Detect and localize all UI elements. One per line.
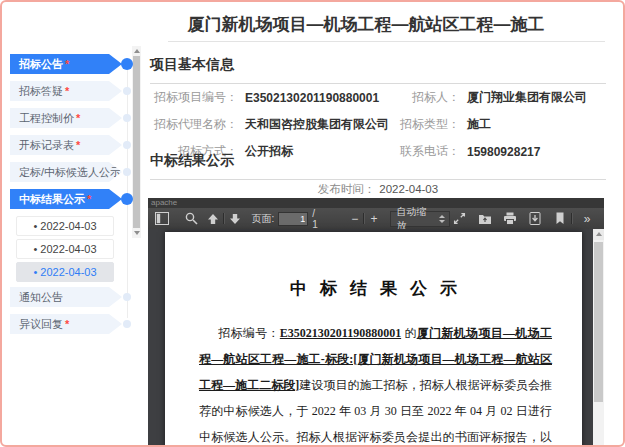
required-asterisk: * xyxy=(65,318,69,330)
timeline-dot xyxy=(123,114,131,122)
sidebar-item-result-publicity[interactable]: 中标结果公示* xyxy=(10,189,144,209)
toolbar-separator xyxy=(571,213,573,224)
sidebar-item-label: 异议回复 xyxy=(19,317,63,332)
open-file-icon xyxy=(478,213,492,225)
sidebar-date-item[interactable]: • 2022-04-03 xyxy=(16,239,114,259)
sidebar-date-item[interactable]: • 2022-04-03 xyxy=(16,216,114,236)
doc-bid-code: E3502130201190880001 xyxy=(280,326,401,340)
section-heading-result: 中标结果公示 xyxy=(150,152,606,180)
download-button[interactable] xyxy=(525,210,544,227)
sidebar-item-label: 通知公告 xyxy=(19,290,63,305)
timeline-dot xyxy=(123,168,131,176)
required-asterisk: * xyxy=(65,85,69,97)
zoom-out-button[interactable]: − xyxy=(348,210,361,227)
pdf-scrollbar[interactable] xyxy=(593,229,604,447)
arrow-down-icon xyxy=(229,213,241,225)
required-asterisk: * xyxy=(87,193,91,205)
sidebar-item-candidate-publicity[interactable]: 定标/中标候选人公示* xyxy=(10,162,144,182)
sidebar-date-item-selected[interactable]: • 2022-04-03 xyxy=(16,262,114,282)
pdf-viewer: apache 页面: / 1 − + xyxy=(148,198,604,447)
sidebar-toggle-button[interactable] xyxy=(154,210,171,227)
sidebar-item-notice[interactable]: 通知公告 xyxy=(10,287,144,307)
pdf-toolbar: 页面: / 1 − + 自动缩放 xyxy=(148,208,604,230)
sidebar-item-label: 工程控制价 xyxy=(19,111,74,126)
scroll-up-icon xyxy=(596,232,602,236)
select-carets-icon xyxy=(439,215,445,223)
field-value-tenderer: 厦门翔业集团有限公司 xyxy=(460,89,606,106)
field-value-project-no: E3502130201190880001 xyxy=(238,91,394,105)
timeline-dot xyxy=(123,141,131,149)
sidebar-item-label: 招标答疑 xyxy=(19,84,63,99)
timeline-dot xyxy=(123,293,131,301)
required-asterisk: * xyxy=(65,58,69,70)
page-total-label: / 1 xyxy=(312,208,322,230)
scroll-up-button[interactable] xyxy=(593,229,604,240)
header-divider xyxy=(168,41,605,42)
toolbar-separator xyxy=(363,213,365,224)
section-heading-basic-info: 项目基本信息 xyxy=(150,56,606,84)
server-label: apache xyxy=(148,198,604,208)
more-tools-button[interactable]: » xyxy=(575,210,598,227)
sidebar-item-bid-qa[interactable]: 招标答疑* xyxy=(10,81,144,101)
doc-link-text: 的 xyxy=(401,326,417,340)
publish-time-label: 发布时间： xyxy=(318,183,376,195)
zoom-select[interactable]: 自动缩放 xyxy=(390,211,450,227)
timeline-dot xyxy=(121,193,133,205)
publish-time-line: 发布时间：2022-04-03 xyxy=(150,182,606,197)
field-value-bid-type: 施工 xyxy=(460,116,606,133)
publish-time-value: 2022-04-03 xyxy=(379,183,438,195)
presentation-mode-button[interactable] xyxy=(450,210,469,227)
search-icon xyxy=(185,212,198,225)
page-number-label: 页面: xyxy=(252,212,275,226)
app-window: 厦门新机场项目—机场工程—航站区工程—施工 招标公告* 招标答疑* 工程控制价*… xyxy=(0,0,625,447)
required-asterisk: * xyxy=(76,139,80,151)
toolbar-separator xyxy=(223,213,225,224)
page-number-input[interactable] xyxy=(278,212,308,226)
timeline-dot xyxy=(123,87,131,95)
sidebar-item-label: 招标公告 xyxy=(19,57,63,72)
fullscreen-icon xyxy=(453,212,466,225)
field-label-tenderer: 招标人： xyxy=(394,89,460,106)
doc-label: 招标编号： xyxy=(218,326,280,340)
arrow-up-icon xyxy=(207,213,219,225)
sidebar-item-opening-record[interactable]: 开标记录表* xyxy=(10,135,144,155)
bookmark-button[interactable] xyxy=(550,210,569,227)
scroll-up-icon[interactable] xyxy=(134,49,140,53)
document-title: 中标结果公示 xyxy=(165,277,582,300)
sidebar-item-bid-announcement[interactable]: 招标公告* xyxy=(10,54,144,74)
scrollbar-thumb[interactable] xyxy=(133,56,140,228)
field-label-project-no: 招标项目编号： xyxy=(150,89,238,106)
pdf-viewer-body: 中标结果公示 招标编号：E3502130201190880001 的厦门新机场项… xyxy=(148,229,604,447)
sidebar-item-control-price[interactable]: 工程控制价* xyxy=(10,108,144,128)
page-down-button[interactable] xyxy=(227,210,244,227)
timeline-dot xyxy=(123,320,131,328)
sidebar-item-label: 定标/中标候选人公示 xyxy=(19,165,121,180)
print-button[interactable] xyxy=(500,210,519,227)
sidebar-toggle-icon xyxy=(155,212,169,225)
pdf-page: 中标结果公示 招标编号：E3502130201190880001 的厦门新机场项… xyxy=(165,232,582,447)
scrollbar-thumb[interactable] xyxy=(594,242,603,402)
field-value-agency: 天和国咨控股集团有限公司 xyxy=(238,116,394,133)
page-title: 厦门新机场项目—机场工程—航站区工程—施工 xyxy=(130,13,602,36)
zoom-in-button[interactable]: + xyxy=(367,210,380,227)
open-file-button[interactable] xyxy=(475,210,494,227)
scroll-down-icon[interactable] xyxy=(134,231,140,235)
field-label-bid-type: 招标类型： xyxy=(394,116,460,133)
required-asterisk: * xyxy=(76,112,80,124)
bookmark-icon xyxy=(555,212,565,225)
page-up-button[interactable] xyxy=(205,210,222,227)
sidebar: 招标公告* 招标答疑* 工程控制价* 开标记录表* 定标/中标候选人公示* 中标… xyxy=(10,54,144,341)
field-label-agency: 招标代理名称： xyxy=(150,116,238,133)
sidebar-scrollbar[interactable] xyxy=(132,46,141,238)
sidebar-item-label: 中标结果公示 xyxy=(19,192,85,207)
timeline-dot xyxy=(121,58,133,70)
sidebar-item-objection-reply[interactable]: 异议回复* xyxy=(10,314,144,334)
download-icon xyxy=(529,212,541,225)
basic-info-grid: 招标项目编号： E3502130201190880001 招标人： 厦门翔业集团… xyxy=(150,89,606,160)
document-paragraph: 招标编号：E3502130201190880001 的厦门新机场项目—机场工程—… xyxy=(199,320,552,447)
sidebar-item-label: 开标记录表 xyxy=(19,138,74,153)
print-icon xyxy=(503,212,517,225)
find-button[interactable] xyxy=(183,210,200,227)
